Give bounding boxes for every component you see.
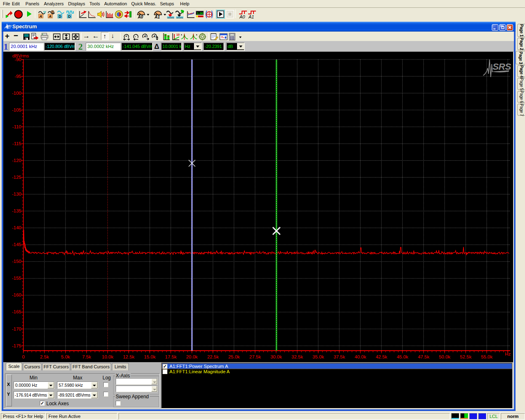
svg-text:-150: -150 [12,259,21,264]
svg-text:A1: A1 [154,15,160,19]
svg-text:15.0k: 15.0k [144,354,155,359]
svg-text:12.5k: 12.5k [123,354,135,359]
svg-text:-110: -110 [12,124,21,129]
svg-text:-165: -165 [12,309,21,314]
svg-text:A: A [153,34,156,38]
svg-text:+: + [126,34,128,38]
svg-text:7.5k: 7.5k [82,354,91,359]
svg-text:42.5k: 42.5k [376,354,387,359]
svg-text:-155: -155 [12,276,21,281]
svg-text:-170: -170 [12,326,21,331]
svg-text:-125: -125 [12,175,21,180]
svg-text:22.5k: 22.5k [207,354,219,359]
svg-text:30.0k: 30.0k [270,354,282,359]
svg-text:A1: A1 [248,14,254,19]
svg-text:-95: -95 [14,74,21,79]
svg-text:-145: -145 [12,242,21,247]
svg-text:5.0k: 5.0k [61,354,70,359]
svg-text:-130: -130 [12,192,21,196]
svg-text:55.0k: 55.0k [481,354,493,359]
svg-text:10101: 10101 [176,16,183,19]
svg-text:45.0k: 45.0k [397,354,408,359]
svg-text:SRS: SRS [7,25,11,27]
svg-text:47.5k: 47.5k [418,354,429,359]
svg-text:2.5k: 2.5k [40,354,49,359]
svg-text:A: A [48,14,52,18]
svg-text:50.0k: 50.0k [439,354,450,359]
svg-text:10: 10 [176,33,180,36]
svg-text:35.0k: 35.0k [313,354,324,359]
svg-text:-160: -160 [12,292,21,297]
svg-text:-120: -120 [12,158,21,163]
svg-text:A: A [144,34,146,38]
svg-text:-100: -100 [12,91,21,96]
svg-text:10101: 10101 [167,16,174,19]
svg-text:-: - [135,34,136,39]
svg-text:40.0k: 40.0k [355,354,366,359]
svg-text:0: 0 [22,354,25,359]
svg-text:-105: -105 [12,107,21,112]
svg-text:-175: -175 [12,343,21,348]
svg-text:A: A [39,14,42,18]
svg-text:D: D [68,14,71,18]
svg-text:10.0k: 10.0k [102,354,113,359]
svg-text:D: D [59,14,62,18]
svg-text:SRS: SRS [493,62,511,72]
svg-text:A0: A0 [137,15,143,19]
svg-text:-90: -90 [14,57,21,62]
svg-text:25.0k: 25.0k [228,354,240,359]
svg-text:20.0k: 20.0k [186,354,198,359]
svg-text:-140: -140 [12,225,21,230]
svg-text:A0: A0 [239,14,245,19]
svg-text:27.5k: 27.5k [249,354,261,359]
svg-text:32.5k: 32.5k [292,354,303,359]
svg-text:1.00: 1.00 [197,11,203,15]
svg-text:-115: -115 [12,141,21,146]
svg-text:52.5k: 52.5k [460,354,471,359]
svg-text:37.5k: 37.5k [333,354,345,359]
svg-text:-135: -135 [12,208,21,213]
svg-text:17.5k: 17.5k [165,354,176,359]
